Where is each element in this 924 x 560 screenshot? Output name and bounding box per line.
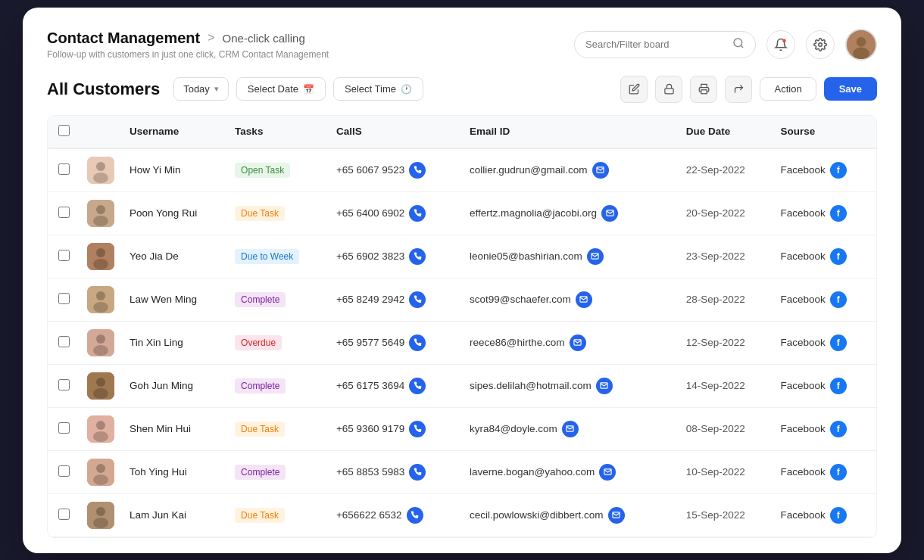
- row-call[interactable]: +65 8249 2942: [329, 278, 462, 321]
- row-checkbox[interactable]: [48, 321, 80, 364]
- row-call[interactable]: +65 9360 9179: [329, 407, 462, 450]
- row-checkbox[interactable]: [48, 235, 80, 278]
- email-icon[interactable]: [562, 421, 579, 437]
- row-call[interactable]: +65 8853 5983: [329, 450, 462, 493]
- row-due-date: 14-Sep-2022: [679, 364, 773, 407]
- email-icon[interactable]: [576, 291, 592, 308]
- row-call[interactable]: +656622 6532: [329, 493, 462, 537]
- search-box[interactable]: [574, 31, 756, 58]
- call-icon[interactable]: [409, 421, 426, 437]
- edit-button[interactable]: [620, 76, 648, 103]
- email-icon[interactable]: [570, 334, 586, 351]
- row-call[interactable]: +65 9577 5649: [329, 321, 462, 364]
- header-checkbox-col: [48, 116, 80, 148]
- select-date-button[interactable]: Select Date 📅: [236, 77, 326, 101]
- facebook-icon[interactable]: f: [830, 507, 847, 524]
- svg-rect-7: [665, 89, 673, 94]
- call-icon[interactable]: [409, 334, 426, 351]
- svg-point-20: [93, 302, 108, 313]
- call-icon[interactable]: [409, 205, 426, 222]
- call-icon[interactable]: [407, 507, 423, 524]
- header-right: [574, 29, 877, 61]
- call-icon[interactable]: [409, 291, 426, 308]
- email-icon[interactable]: [608, 507, 625, 524]
- notification-button[interactable]: [766, 30, 795, 59]
- share-button[interactable]: [725, 76, 752, 103]
- row-checkbox[interactable]: [48, 407, 80, 450]
- row-email[interactable]: effertz.magnolia@jacobi.org: [462, 191, 679, 235]
- row-email[interactable]: collier.gudrun@gmail.com: [462, 148, 679, 192]
- row-avatar-cell: [80, 493, 122, 537]
- row-source: Facebook f: [773, 191, 876, 235]
- row-email[interactable]: scot99@schaefer.com: [462, 278, 679, 321]
- action-button[interactable]: Action: [760, 77, 816, 101]
- row-checkbox[interactable]: [48, 450, 80, 493]
- row-email[interactable]: kyra84@doyle.com: [462, 407, 679, 450]
- row-avatar: [87, 372, 114, 400]
- row-avatar: [87, 415, 114, 443]
- search-input[interactable]: [585, 39, 726, 50]
- row-call[interactable]: +65 6902 3823: [329, 235, 462, 278]
- email-icon[interactable]: [587, 248, 604, 265]
- facebook-icon[interactable]: f: [830, 421, 847, 437]
- row-checkbox[interactable]: [48, 493, 80, 537]
- row-avatar: [87, 459, 114, 486]
- header: Contact Management > One-click calling F…: [47, 29, 877, 61]
- facebook-icon[interactable]: f: [830, 334, 847, 351]
- header-left: Contact Management > One-click calling F…: [47, 30, 329, 60]
- facebook-icon[interactable]: f: [830, 205, 847, 222]
- today-label: Today: [183, 83, 210, 95]
- row-checkbox[interactable]: [48, 148, 80, 192]
- select-all-checkbox[interactable]: [58, 125, 70, 136]
- call-icon[interactable]: [409, 162, 426, 179]
- lock-button[interactable]: [655, 76, 682, 103]
- row-call[interactable]: +65 6400 6902: [329, 191, 462, 235]
- row-email[interactable]: leonie05@bashirian.com: [462, 235, 679, 278]
- email-icon[interactable]: [592, 162, 609, 179]
- row-email[interactable]: cecil.powlowski@dibbert.com: [462, 493, 679, 537]
- facebook-icon[interactable]: f: [830, 248, 847, 265]
- print-button[interactable]: [690, 76, 717, 103]
- table-row: Shen Min Hui Due Task +65 9360 9179 kyra…: [48, 407, 876, 450]
- row-username: Shen Min Hui: [122, 407, 227, 450]
- facebook-icon[interactable]: f: [830, 162, 847, 179]
- row-email[interactable]: laverne.bogan@yahoo.com: [462, 450, 679, 493]
- row-due-date: 15-Sep-2022: [679, 493, 773, 537]
- call-icon[interactable]: [409, 248, 426, 265]
- row-avatar: [87, 243, 114, 270]
- row-call[interactable]: +65 6175 3694: [329, 364, 462, 407]
- facebook-icon[interactable]: f: [830, 464, 847, 481]
- row-username: Lam Jun Kai: [122, 493, 227, 537]
- row-source: Facebook f: [773, 493, 876, 537]
- row-username: Tin Xin Ling: [122, 321, 227, 364]
- row-email[interactable]: reece86@hirthe.com: [462, 321, 679, 364]
- facebook-icon[interactable]: f: [830, 291, 847, 308]
- clock-icon: 🕐: [401, 84, 412, 95]
- call-icon[interactable]: [409, 378, 426, 394]
- row-source: Facebook f: [773, 407, 876, 450]
- email-icon[interactable]: [596, 378, 613, 394]
- svg-point-10: [96, 162, 105, 171]
- settings-button[interactable]: [806, 30, 835, 59]
- row-call[interactable]: +65 6067 9523: [329, 148, 462, 192]
- table-title: All Customers: [47, 79, 160, 99]
- table-row: Goh Jun Ming Complete +65 6175 3694 sipe…: [48, 364, 876, 407]
- email-icon[interactable]: [601, 205, 618, 222]
- row-checkbox[interactable]: [48, 278, 80, 321]
- row-checkbox[interactable]: [48, 364, 80, 407]
- row-email[interactable]: sipes.delilah@hotmail.com: [462, 364, 679, 407]
- save-button[interactable]: Save: [824, 77, 877, 101]
- row-task: Due Task: [227, 191, 329, 235]
- select-time-button[interactable]: Select Time 🕐: [333, 77, 423, 101]
- row-checkbox[interactable]: [48, 191, 80, 235]
- svg-point-32: [93, 474, 108, 485]
- call-icon[interactable]: [409, 464, 426, 481]
- row-username: How Yi Min: [122, 148, 227, 192]
- today-dropdown[interactable]: Today ▾: [173, 77, 229, 101]
- row-avatar-cell: [80, 407, 122, 450]
- calendar-icon: 📅: [303, 84, 314, 95]
- facebook-icon[interactable]: f: [830, 378, 847, 394]
- email-icon[interactable]: [599, 464, 616, 481]
- row-username: Goh Jun Ming: [122, 364, 227, 407]
- user-avatar[interactable]: [845, 29, 877, 61]
